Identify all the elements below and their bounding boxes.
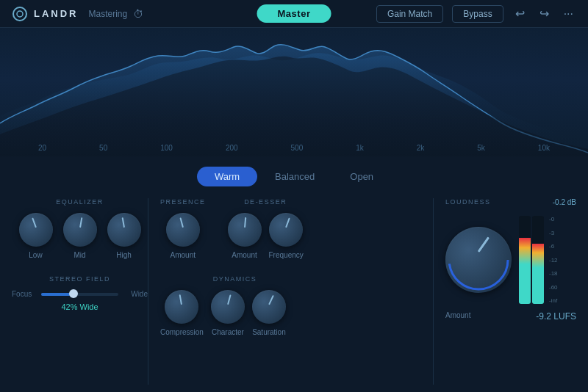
character-label: Character <box>212 328 244 336</box>
eq-high-group: High <box>107 213 141 259</box>
presence-amount-knob[interactable] <box>166 213 200 247</box>
stereo-field-section: STEREO FIELD Focus Wide 42% Wide <box>12 275 148 311</box>
freq-2k: 2k <box>417 144 425 152</box>
vu-meter-right <box>532 216 544 304</box>
eq-mid-label: Mid <box>74 251 85 259</box>
svg-point-0 <box>13 7 26 21</box>
stereo-slider-track[interactable] <box>41 293 118 296</box>
equalizer-section: EQUALIZER Low Mid High <box>12 198 148 385</box>
freq-500: 500 <box>291 144 304 152</box>
dynamics-section: DYNAMICS Compression Character <box>160 275 309 336</box>
style-open-button[interactable]: Open <box>332 167 391 186</box>
more-button[interactable]: ··· <box>561 6 576 22</box>
loudness-amount-label: Amount <box>445 311 470 319</box>
style-warm-button[interactable]: Warm <box>197 167 257 186</box>
eq-mid-indicator <box>79 217 82 228</box>
vu-label-12: -12 <box>549 257 558 264</box>
stereo-label: STEREO FIELD <box>12 275 148 283</box>
character-group: Character <box>211 290 245 336</box>
freq-1k: 1k <box>356 144 364 152</box>
eq-high-indicator <box>121 217 124 228</box>
character-knob[interactable] <box>211 290 245 324</box>
vu-meter-left <box>519 216 531 304</box>
eq-knobs: Low Mid High <box>12 213 148 259</box>
vu-bars <box>519 216 544 304</box>
eq-high-knob[interactable] <box>107 213 141 247</box>
svg-point-2 <box>449 231 508 289</box>
lufs-value: -9.2 LUFS <box>536 311 576 322</box>
stereo-slider-row: Focus Wide <box>12 290 148 298</box>
eq-label: EQUALIZER <box>12 198 148 206</box>
freq-5k: 5k <box>477 144 485 152</box>
de-esser-amount-indicator <box>244 217 246 228</box>
logo-text: LANDR <box>34 8 79 19</box>
loudness-section: LOUDNESS -0.2 dB <box>433 198 576 385</box>
vu-bar-right <box>532 244 544 304</box>
saturation-label: Saturation <box>252 328 286 336</box>
de-esser-freq-group: Frequency <box>269 213 304 259</box>
compression-indicator <box>179 294 182 305</box>
timer-icon: ⏱ <box>133 8 143 20</box>
compression-knob[interactable] <box>165 290 198 324</box>
redo-button[interactable]: ↪ <box>537 5 552 22</box>
presence-indicator <box>179 217 184 228</box>
eq-low-group: Low <box>19 213 53 259</box>
vu-meter-area: -0 -3 -6 -12 -18 -60 -inf <box>519 216 558 304</box>
vu-labels: -0 -3 -6 -12 -18 -60 -inf <box>549 216 558 304</box>
spectrum-svg <box>0 28 588 156</box>
style-balanced-button[interactable]: Balanced <box>257 167 332 186</box>
eq-low-knob[interactable] <box>19 213 53 247</box>
de-esser-amount-knob[interactable] <box>228 213 262 247</box>
vu-label-inf: -inf <box>549 297 558 304</box>
eq-mid-group: Mid <box>63 213 97 259</box>
vu-label-18: -18 <box>549 270 558 277</box>
de-esser-freq-label: Frequency <box>269 251 304 259</box>
de-esser-freq-indicator <box>285 218 290 228</box>
presence-amount-label: Amount <box>171 251 196 259</box>
stereo-focus-label: Focus <box>12 290 35 298</box>
undo-button[interactable]: ↩ <box>512 5 528 22</box>
saturation-knob[interactable] <box>252 290 286 324</box>
eq-low-indicator <box>32 218 37 228</box>
freq-10k: 10k <box>538 144 550 152</box>
loudness-arc <box>445 227 512 293</box>
freq-50: 50 <box>99 144 107 152</box>
freq-100: 100 <box>160 144 173 152</box>
master-button[interactable]: Master <box>257 4 331 23</box>
saturation-group: Saturation <box>252 290 286 336</box>
de-esser-knobs: Amount Frequency <box>228 213 304 259</box>
loudness-knob-container <box>445 227 512 293</box>
character-indicator <box>227 294 232 305</box>
vu-label-60: -60 <box>549 284 558 291</box>
stereo-slider-thumb[interactable] <box>69 289 78 298</box>
freq-labels: 20 50 100 200 500 1k 2k 5k 10k <box>0 144 588 152</box>
de-esser-freq-knob[interactable] <box>269 213 303 247</box>
bypass-button[interactable]: Bypass <box>452 5 503 23</box>
eq-high-label: High <box>116 251 132 259</box>
compression-label: Compression <box>160 328 204 336</box>
dynamics-knobs: Compression Character Saturation <box>160 290 309 336</box>
de-esser-label: DE-ESSER <box>244 198 287 206</box>
loudness-knob[interactable] <box>445 227 512 293</box>
spectrum-area: 20 50 100 200 500 1k 2k 5k 10k <box>0 28 588 156</box>
saturation-indicator <box>268 295 274 305</box>
eq-mid-knob[interactable] <box>63 213 97 247</box>
gain-match-button[interactable]: Gain Match <box>376 5 443 23</box>
app-subtitle: Mastering <box>89 9 128 19</box>
eq-low-label: Low <box>29 251 42 259</box>
stereo-value: 42% Wide <box>12 302 148 311</box>
db-value: -0.2 dB <box>553 198 576 206</box>
svg-point-1 <box>17 11 23 17</box>
dynamics-label: DYNAMICS <box>160 275 309 283</box>
stereo-wide-label: Wide <box>124 290 148 298</box>
presence-label: PRESENCE <box>160 198 206 206</box>
vu-bar-left <box>519 238 531 304</box>
vu-label-0: -0 <box>549 216 558 222</box>
de-esser-amount-group: Amount <box>228 213 262 259</box>
freq-200: 200 <box>226 144 238 152</box>
presence-deesser-section: PRESENCE Amount DE-ESSER Amount <box>148 198 309 385</box>
loudness-label: LOUDNESS <box>445 198 491 206</box>
header: LANDR Mastering ⏱ Master Gain Match Bypa… <box>0 0 588 28</box>
logo-icon <box>12 6 28 22</box>
presence-amount-group: Amount <box>166 213 200 259</box>
